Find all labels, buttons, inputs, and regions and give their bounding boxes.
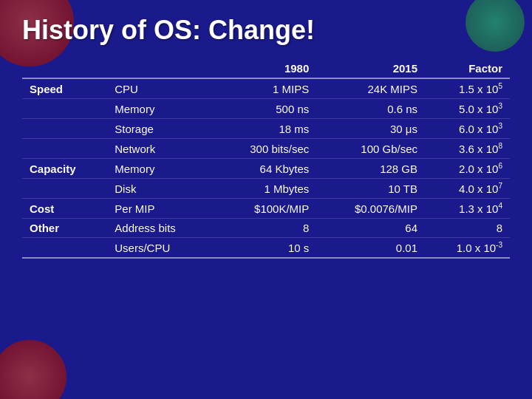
cell-item: Network <box>107 139 213 159</box>
cell-factor: 2.0 x 106 <box>425 159 510 179</box>
cell-1980: 8 <box>214 219 317 238</box>
cell-1980: 1 MIPS <box>214 78 317 99</box>
cell-factor: 1.3 x 104 <box>425 199 510 219</box>
table-row: CostPer MIP$100K/MIP$0.0076/MIP1.3 x 104 <box>22 199 510 219</box>
cell-2015: 30 μs <box>316 119 425 139</box>
cell-2015: 24K MIPS <box>316 78 425 99</box>
cell-item: Address bits <box>107 219 213 238</box>
cell-2015: 128 GB <box>316 159 425 179</box>
main-content: History of OS: Change! 1980 2015 Factor … <box>0 0 532 273</box>
cell-category <box>22 179 107 199</box>
cell-1980: $100K/MIP <box>214 199 317 219</box>
cell-factor: 1.5 x 105 <box>425 78 510 99</box>
cell-item: Users/CPU <box>107 238 213 259</box>
cell-1980: 64 Kbytes <box>214 159 317 179</box>
cell-item: Disk <box>107 179 213 199</box>
page-title: History of OS: Change! <box>22 15 510 46</box>
col-header-2015: 2015 <box>316 59 425 78</box>
col-header-factor: Factor <box>425 59 510 78</box>
gear-icon-bottom-left <box>0 340 66 399</box>
cell-item: Memory <box>107 99 213 119</box>
cell-category <box>22 139 107 159</box>
cell-item: Per MIP <box>107 199 213 219</box>
table-row: SpeedCPU1 MIPS24K MIPS1.5 x 105 <box>22 78 510 99</box>
table-row: OtherAddress bits8648 <box>22 219 510 238</box>
table-header-row: 1980 2015 Factor <box>22 59 510 78</box>
cell-2015: 0.6 ns <box>316 99 425 119</box>
cell-factor: 1.0 x 10-3 <box>425 238 510 259</box>
data-table: 1980 2015 Factor SpeedCPU1 MIPS24K MIPS1… <box>22 59 510 259</box>
table-row: Network300 bits/sec100 Gb/sec3.6 x 108 <box>22 139 510 159</box>
cell-category <box>22 99 107 119</box>
cell-category <box>22 119 107 139</box>
cell-item: Storage <box>107 119 213 139</box>
cell-category <box>22 238 107 259</box>
cell-2015: 0.01 <box>316 238 425 259</box>
cell-category: Other <box>22 219 107 238</box>
cell-2015: 100 Gb/sec <box>316 139 425 159</box>
cell-item: CPU <box>107 78 213 99</box>
cell-factor: 5.0 x 103 <box>425 99 510 119</box>
cell-1980: 500 ns <box>214 99 317 119</box>
table-body: SpeedCPU1 MIPS24K MIPS1.5 x 105Memory500… <box>22 78 510 258</box>
cell-factor: 8 <box>425 219 510 238</box>
col-header-item <box>107 59 213 78</box>
cell-2015: 64 <box>316 219 425 238</box>
cell-1980: 10 s <box>214 238 317 259</box>
cell-1980: 300 bits/sec <box>214 139 317 159</box>
col-header-1980: 1980 <box>214 59 317 78</box>
col-header-category <box>22 59 107 78</box>
cell-factor: 3.6 x 108 <box>425 139 510 159</box>
cell-item: Memory <box>107 159 213 179</box>
cell-factor: 6.0 x 103 <box>425 119 510 139</box>
cell-category: Cost <box>22 199 107 219</box>
table-row: Storage18 ms30 μs6.0 x 103 <box>22 119 510 139</box>
cell-category: Capacity <box>22 159 107 179</box>
cell-factor: 4.0 x 107 <box>425 179 510 199</box>
cell-1980: 18 ms <box>214 119 317 139</box>
table-row: Memory500 ns0.6 ns5.0 x 103 <box>22 99 510 119</box>
table-row: Disk1 Mbytes10 TB4.0 x 107 <box>22 179 510 199</box>
table-row: Users/CPU10 s0.011.0 x 10-3 <box>22 238 510 259</box>
cell-category: Speed <box>22 78 107 99</box>
cell-2015: 10 TB <box>316 179 425 199</box>
table-row: CapacityMemory64 Kbytes128 GB2.0 x 106 <box>22 159 510 179</box>
cell-1980: 1 Mbytes <box>214 179 317 199</box>
cell-2015: $0.0076/MIP <box>316 199 425 219</box>
